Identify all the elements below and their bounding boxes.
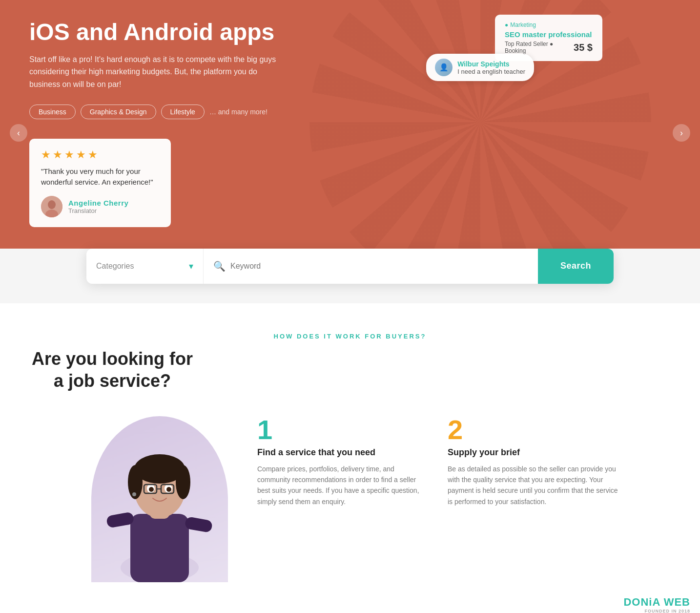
step-1-desc: Compare prices, portfolios, delivery tim… [257, 464, 428, 507]
how-image-column [82, 416, 238, 582]
how-subtitle: HOW DOES IT WORK FOR BUYERS? [20, 333, 680, 340]
search-button[interactable]: Search [538, 249, 614, 284]
svg-point-1 [48, 200, 56, 209]
svg-point-17 [132, 492, 136, 496]
seller-title: SEO master professional [505, 30, 593, 39]
author-details: Angeline Cherry Translator [68, 199, 128, 214]
step-2-title: Supply your brief [448, 447, 618, 458]
search-input[interactable] [230, 262, 528, 271]
chevron-down-icon: ▾ [189, 261, 193, 272]
tag-more: … and many more! [209, 108, 268, 116]
user-message: I need a english teacher [457, 68, 525, 75]
author-role: Translator [68, 207, 128, 214]
hero-content: iOS and Android apps Start off like a pr… [29, 20, 322, 227]
svg-rect-4 [130, 514, 189, 582]
categories-label: Categories [96, 262, 185, 271]
svg-point-9 [176, 465, 190, 499]
hero-title: iOS and Android apps [29, 20, 322, 45]
logo-founded: FOUNDED IN 2018 [623, 609, 690, 613]
testimonial-card: ★ ★ ★ ★ ★ "Thank you very much for your … [29, 139, 171, 227]
user-info: Wilbur Speights I need a english teacher [457, 60, 525, 75]
user-name: Wilbur Speights [457, 60, 525, 68]
svg-point-12 [149, 487, 154, 492]
hero-section: ‹ › ●Marketing SEO master professional T… [0, 0, 700, 266]
hero-subtitle: Start off like a pro! It's hard enough a… [29, 53, 283, 91]
tag-graphics-design[interactable]: Graphics & Design [81, 105, 156, 119]
step-1-number: 1 [257, 416, 428, 444]
testimonial-text: "Thank you very much for your wonderful … [41, 166, 159, 188]
seller-price: 35 $ [574, 42, 593, 53]
svg-point-13 [166, 487, 171, 492]
author-avatar [41, 196, 62, 217]
star-3: ★ [64, 148, 74, 161]
author-name: Angeline Cherry [68, 199, 128, 207]
categories-dropdown[interactable]: Categories ▾ [86, 249, 204, 284]
user-message-card: 👤 Wilbur Speights I need a english teach… [426, 54, 534, 81]
seller-info: Top Rated Seller ● Booking 35 $ [505, 41, 593, 54]
step-2-desc: Be as detailed as possible so the seller… [448, 464, 618, 507]
user-avatar: 👤 [435, 59, 453, 76]
carousel-next-button[interactable]: › [673, 124, 690, 142]
svg-rect-18 [106, 511, 135, 528]
person-illustration [91, 416, 228, 582]
hero-tags: Business Graphics & Design Lifestyle … a… [29, 105, 322, 119]
step-2-number: 2 [448, 416, 618, 444]
how-steps-column: 1 Find a service that you need Compare p… [257, 416, 618, 507]
how-title: Are you looking for a job service? [20, 348, 205, 392]
rating-stars: ★ ★ ★ ★ ★ [41, 148, 159, 161]
how-it-works-section: HOW DOES IT WORK FOR BUYERS? Are you loo… [0, 303, 700, 613]
carousel-prev-button[interactable]: ‹ [10, 124, 27, 142]
star-2: ★ [53, 148, 62, 161]
how-steps-row: 1 Find a service that you need Compare p… [257, 416, 618, 507]
search-bar: Categories ▾ 🔍 Search [86, 249, 614, 284]
how-step-2: 2 Supply your brief Be as detailed as po… [448, 416, 618, 507]
keyword-wrapper: 🔍 [204, 260, 538, 272]
star-5: ★ [88, 148, 98, 161]
logo-name: DONiA WEB [623, 596, 690, 608]
how-content: 1 Find a service that you need Compare p… [82, 416, 618, 582]
seller-badges: Top Rated Seller ● Booking [505, 41, 553, 54]
step-1-title: Find a service that you need [257, 447, 428, 458]
logo-watermark: DONiA WEB FOUNDED IN 2018 [623, 596, 690, 613]
star-4: ★ [76, 148, 86, 161]
star-1: ★ [41, 148, 51, 161]
seller-category: ●Marketing [505, 21, 593, 28]
testimonial-author: Angeline Cherry Translator [41, 196, 159, 217]
search-icon: 🔍 [213, 260, 226, 272]
tag-business[interactable]: Business [29, 105, 76, 119]
tag-lifestyle[interactable]: Lifestyle [161, 105, 205, 119]
how-step-1: 1 Find a service that you need Compare p… [257, 416, 428, 507]
